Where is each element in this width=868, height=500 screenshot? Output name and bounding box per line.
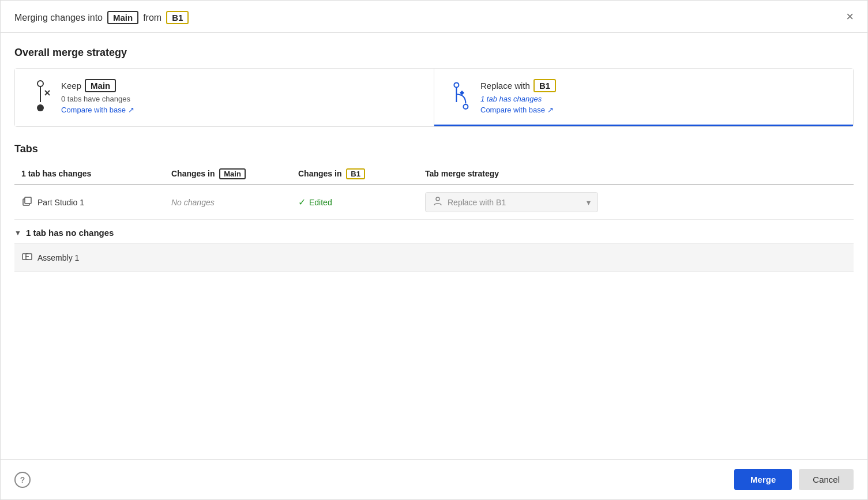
keep-main-icon bbox=[29, 79, 52, 114]
close-button[interactable]: × bbox=[846, 10, 854, 23]
replace-b1-label: Replace with B1 bbox=[480, 79, 556, 92]
col-header-b1: Changes in B1 bbox=[291, 163, 418, 185]
edited-cell: ✓ Edited bbox=[298, 197, 411, 208]
dialog-header: Merging changes into Main from B1 × bbox=[1, 1, 867, 33]
strategy-options-row: Keep Main 0 tabs have changes Compare wi… bbox=[14, 68, 854, 127]
svg-point-2 bbox=[37, 104, 44, 111]
row-changes-main: No changes bbox=[164, 185, 291, 220]
overall-strategy-title: Overall merge strategy bbox=[14, 47, 854, 59]
strategy-dropdown-label: Replace with B1 bbox=[448, 198, 506, 207]
keep-main-text: Keep Main 0 tabs have changes Compare wi… bbox=[61, 79, 134, 114]
chevron-down-icon: ▼ bbox=[14, 229, 21, 237]
assembly-strategy bbox=[418, 244, 854, 272]
part-studio-name: Part Studio 1 bbox=[21, 196, 157, 209]
table-row: Assembly 1 bbox=[14, 244, 854, 272]
keep-main-label: Keep Main bbox=[61, 79, 134, 92]
replace-b1-text: Replace with B1 1 tab has changes Compar… bbox=[480, 79, 556, 114]
svg-point-5 bbox=[454, 82, 459, 87]
strategy-person-icon bbox=[433, 196, 443, 208]
assembly-changes-b1 bbox=[291, 244, 418, 272]
keep-main-option[interactable]: Keep Main 0 tabs have changes Compare wi… bbox=[15, 69, 434, 126]
col-header-name: 1 tab has changes bbox=[14, 163, 164, 185]
svg-point-7 bbox=[463, 104, 468, 109]
keep-main-badge: Main bbox=[85, 79, 116, 92]
keep-main-compare-link[interactable]: Compare with base ↗ bbox=[61, 106, 134, 114]
merge-button[interactable]: Merge bbox=[734, 469, 792, 490]
keep-main-changes: 0 tabs have changes bbox=[61, 95, 134, 103]
replace-b1-badge: B1 bbox=[533, 79, 556, 92]
part-studio-icon bbox=[21, 196, 33, 209]
edited-label: Edited bbox=[309, 198, 332, 207]
dialog-title: Merging changes into Main from B1 bbox=[14, 11, 189, 24]
replace-b1-option[interactable]: Replace with B1 1 tab has changes Compar… bbox=[434, 69, 853, 126]
target-branch-badge: B1 bbox=[166, 11, 189, 24]
row-changes-b1: ✓ Edited bbox=[291, 185, 418, 220]
tabs-table: 1 tab has changes Changes in Main Change… bbox=[14, 163, 854, 272]
replace-b1-changes: 1 tab has changes bbox=[480, 95, 556, 103]
col-b1-badge: B1 bbox=[346, 168, 365, 179]
svg-rect-9 bbox=[25, 197, 31, 204]
dialog-body: Overall merge strategy bbox=[1, 33, 867, 459]
no-changes-label: No changes bbox=[171, 198, 215, 207]
col-header-strategy: Tab merge strategy bbox=[418, 163, 854, 185]
overall-strategy-section: Overall merge strategy bbox=[14, 47, 854, 127]
source-branch-badge: Main bbox=[107, 11, 138, 24]
cancel-button[interactable]: Cancel bbox=[799, 469, 854, 490]
dropdown-inner: Replace with B1 bbox=[433, 196, 506, 208]
replace-b1-icon bbox=[448, 79, 471, 114]
assembly-icon bbox=[21, 251, 33, 264]
header-prefix: Merging changes into bbox=[14, 13, 103, 23]
header-from-text: from bbox=[143, 13, 161, 23]
svg-point-10 bbox=[436, 197, 439, 201]
no-changes-group-cell: ▼ 1 tab has no changes bbox=[14, 220, 854, 244]
assembly-label: Assembly 1 bbox=[37, 253, 79, 262]
col-header-main: Changes in Main bbox=[164, 163, 291, 185]
no-changes-group-row: ▼ 1 tab has no changes bbox=[14, 220, 854, 244]
table-row: Part Studio 1 No changes ✓ Edited bbox=[14, 185, 854, 220]
help-button[interactable]: ? bbox=[14, 472, 31, 488]
dialog-footer: ? Merge Cancel bbox=[1, 459, 867, 499]
no-changes-group-label: 1 tab has no changes bbox=[26, 228, 114, 238]
merge-dialog: Merging changes into Main from B1 × Over… bbox=[0, 0, 868, 500]
part-studio-label: Part Studio 1 bbox=[37, 198, 84, 207]
assembly-tab-name-cell: Assembly 1 bbox=[14, 244, 164, 272]
dropdown-chevron-icon: ▾ bbox=[587, 198, 591, 207]
svg-point-0 bbox=[37, 81, 43, 87]
assembly-name: Assembly 1 bbox=[21, 251, 157, 264]
row-tab-name: Part Studio 1 bbox=[14, 185, 164, 220]
tabs-section-title: Tabs bbox=[14, 143, 854, 155]
row-strategy[interactable]: Replace with B1 ▾ bbox=[418, 185, 854, 220]
col-main-badge: Main bbox=[219, 168, 246, 179]
replace-b1-compare-link[interactable]: Compare with base ↗ bbox=[480, 106, 556, 114]
strategy-dropdown[interactable]: Replace with B1 ▾ bbox=[425, 192, 598, 212]
check-icon: ✓ bbox=[298, 197, 306, 208]
tabs-section: Tabs 1 tab has changes Changes in Main C… bbox=[14, 143, 854, 272]
assembly-changes-main bbox=[164, 244, 291, 272]
collapse-toggle[interactable]: ▼ 1 tab has no changes bbox=[14, 220, 854, 243]
